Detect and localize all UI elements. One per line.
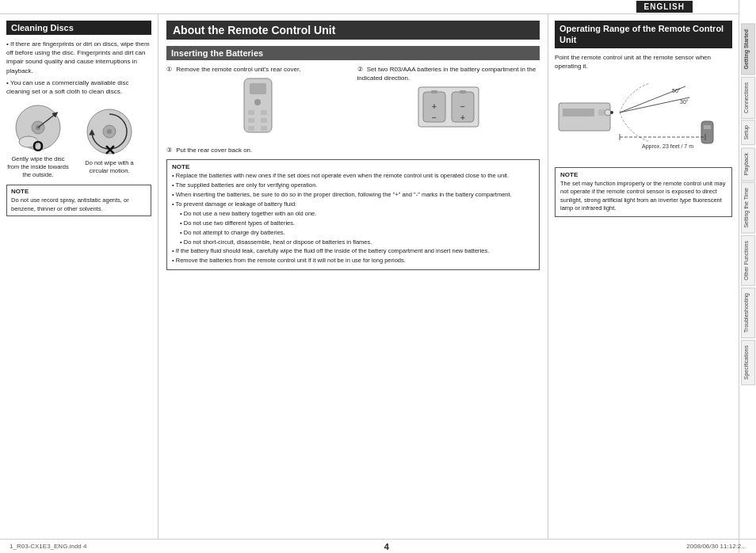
remote-svg	[240, 77, 276, 136]
svg-text:−: −	[460, 102, 465, 111]
operating-range-note: NOTE The set may function improperly or …	[555, 167, 732, 217]
range-svg: 50° 30° Approx. 23 feet / 7 m	[555, 75, 729, 162]
svg-rect-19	[248, 126, 254, 131]
svg-rect-30	[559, 103, 610, 131]
svg-point-33	[605, 109, 611, 116]
disc-good-caption: Gently wipe the disc from the inside tow…	[6, 155, 70, 178]
step-1: ① Remove the remote control unit's rear …	[166, 65, 349, 139]
svg-text:50°: 50°	[672, 88, 681, 93]
disc-bad-caption: Do not wipe with a circular motion.	[78, 159, 141, 175]
language-label: ENGLISH	[636, 1, 693, 13]
svg-rect-13	[250, 83, 266, 94]
note-item-0: Replace the batteries with new ones if t…	[172, 172, 534, 181]
operating-range-panel: Operating Range of the Remote Control Un…	[548, 14, 739, 539]
svg-text:−: −	[432, 113, 437, 122]
svg-rect-31	[563, 109, 594, 116]
operating-range-note-label: NOTE	[560, 171, 727, 178]
remote-note-list: Replace the batteries with new ones if t…	[172, 172, 534, 265]
remote-note-box: NOTE Replace the batteries with new ones…	[166, 159, 540, 270]
note-item-6: Do not attempt to charge dry batteries.	[172, 229, 534, 238]
svg-text:O: O	[32, 139, 43, 154]
note-item-1: The supplied batteries are only for veri…	[172, 181, 534, 190]
svg-text:+: +	[432, 102, 437, 111]
note-item-5: Do not use two different types of batter…	[172, 219, 534, 228]
inserting-batteries-title: Inserting the Batteries	[166, 46, 540, 60]
remote-control-panel: About the Remote Control Unit Inserting …	[158, 14, 548, 539]
sidebar-tab-setup[interactable]: Setup	[741, 120, 755, 145]
step-3: ③ Put the rear cover back on.	[166, 146, 540, 154]
svg-text:Approx. 23 feet / 7 m: Approx. 23 feet / 7 m	[642, 143, 693, 150]
svg-rect-40	[704, 125, 711, 129]
remote-note-label: NOTE	[172, 163, 534, 170]
note-item-4: Do not use a new battery together with a…	[172, 210, 534, 219]
operating-range-note-text: The set may function improperly or the r…	[560, 180, 727, 213]
cleaning-discs-bullet1: • If there are fingerprints or dirt on d…	[6, 40, 151, 75]
cleaning-discs-note: NOTE Do not use record spray, antistatic…	[6, 185, 151, 216]
svg-rect-15	[248, 110, 254, 115]
svg-rect-16	[261, 110, 267, 115]
svg-rect-23	[431, 90, 437, 93]
page-number: 4	[384, 542, 389, 551]
disc-images: O Gently wipe the disc from the inside t…	[6, 102, 151, 178]
sidebar-tab-playback[interactable]: Playback	[741, 147, 755, 181]
range-diagram: 50° 30° Approx. 23 feet / 7 m	[555, 75, 732, 162]
svg-line-35	[620, 97, 689, 113]
cleaning-discs-note-text: Do not use record spray, antistatic agen…	[11, 196, 147, 213]
sidebar-tab-specifications[interactable]: Specifications	[741, 340, 755, 385]
remote-control-main-title: About the Remote Control Unit	[166, 21, 540, 40]
step-2: ② Set two R03/AAA batteries in the batte…	[357, 65, 540, 139]
sidebar-tab-other-functions[interactable]: Other Functions	[741, 235, 755, 286]
svg-text:✕: ✕	[103, 143, 115, 158]
step1-text: ① Remove the remote control unit's rear …	[166, 65, 349, 74]
bottom-bar: 1_R03-CX1E3_ENG.indd 4 4 2008/06/30 11:1…	[0, 539, 756, 553]
disc-good-svg: O	[13, 102, 64, 154]
operating-range-body: Point the remote control unit at the rem…	[555, 53, 732, 71]
svg-rect-27	[460, 90, 466, 93]
svg-rect-20	[261, 126, 267, 131]
cleaning-discs-panel: Cleaning Discs • If there are fingerprin…	[0, 14, 158, 539]
svg-rect-18	[261, 118, 267, 123]
footer-left: 1_R03-CX1E3_ENG.indd 4	[10, 543, 86, 550]
sidebar-tab-getting-started[interactable]: Getting Started	[741, 24, 755, 75]
svg-point-14	[254, 99, 261, 105]
inserting-steps: ① Remove the remote control unit's rear …	[166, 65, 540, 139]
note-item-8: If the battery fluid should leak, carefu…	[172, 247, 534, 256]
main-content: Cleaning Discs • If there are fingerprin…	[0, 14, 739, 539]
operating-range-title: Operating Range of the Remote Control Un…	[555, 21, 732, 48]
footer-right: 2008/06/30 11:12:2...	[686, 543, 746, 550]
disc-bad-svg: ✕	[84, 106, 136, 158]
disc-good-container: O Gently wipe the disc from the inside t…	[6, 102, 70, 178]
cleaning-discs-bullet2: • You can use a commercially available d…	[6, 78, 151, 96]
svg-rect-32	[598, 109, 605, 116]
svg-point-34	[610, 111, 613, 114]
cleaning-discs-title: Cleaning Discs	[6, 21, 151, 35]
svg-point-9	[107, 129, 112, 134]
disc-bad-container: ✕ Do not wipe with a circular motion.	[78, 106, 141, 175]
sidebar-tab-troubleshooting[interactable]: Troubleshooting	[741, 288, 755, 338]
note-item-9: Remove the batteries from the remote con…	[172, 257, 534, 265]
note-item-2: When inserting the batteries, be sure to…	[172, 191, 534, 200]
cleaning-discs-note-label: NOTE	[11, 188, 147, 195]
svg-rect-39	[701, 121, 713, 143]
svg-text:30°: 30°	[680, 99, 689, 105]
sidebar-tab-setting-time[interactable]: Setting the Time	[741, 182, 755, 234]
battery-svg: + − − +	[417, 86, 480, 129]
top-banner: ENGLISH	[0, 0, 756, 14]
svg-rect-17	[248, 118, 254, 123]
right-sidebar: Getting Started Connections Setup Playba…	[739, 0, 756, 553]
svg-text:+: +	[460, 113, 465, 122]
step2-text: ② Set two R03/AAA batteries in the batte…	[357, 65, 540, 82]
note-item-3: To prevent damage or leakage of battery …	[172, 200, 534, 209]
note-item-7: Do not short-circuit, disassemble, heat …	[172, 238, 534, 247]
sidebar-tab-connections[interactable]: Connections	[741, 77, 755, 119]
